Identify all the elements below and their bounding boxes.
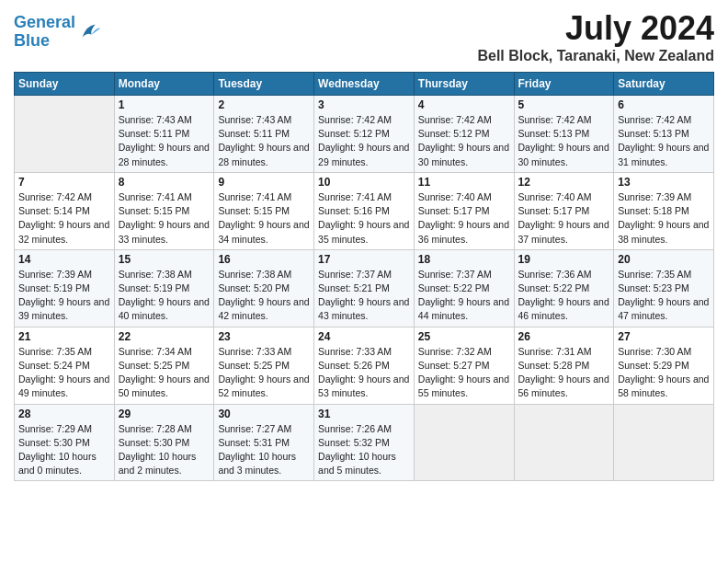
day-number: 14 xyxy=(18,253,110,266)
day-number: 16 xyxy=(218,253,310,266)
calendar-cell: 20Sunrise: 7:35 AMSunset: 5:23 PMDayligh… xyxy=(614,249,714,327)
calendar-cell: 7Sunrise: 7:42 AMSunset: 5:14 PMDaylight… xyxy=(15,172,115,249)
calendar-cell: 16Sunrise: 7:38 AMSunset: 5:20 PMDayligh… xyxy=(214,249,314,327)
day-number: 17 xyxy=(318,253,410,266)
calendar-cell xyxy=(15,96,115,173)
calendar-header-row: SundayMondayTuesdayWednesdayThursdayFrid… xyxy=(15,73,714,96)
day-number: 31 xyxy=(318,408,410,420)
day-number: 18 xyxy=(418,253,510,266)
calendar-week-row: 14Sunrise: 7:39 AMSunset: 5:19 PMDayligh… xyxy=(15,249,714,327)
weekday-header: Wednesday xyxy=(314,73,415,96)
day-info: Sunrise: 7:39 AMSunset: 5:19 PMDaylight:… xyxy=(18,268,110,324)
day-info: Sunrise: 7:27 AMSunset: 5:31 PMDaylight:… xyxy=(218,422,310,478)
day-number: 21 xyxy=(18,330,110,343)
day-number: 19 xyxy=(518,253,610,266)
calendar-cell xyxy=(514,404,614,481)
subtitle: Bell Block, Taranaki, New Zealand xyxy=(477,48,714,64)
day-number: 1 xyxy=(119,98,210,111)
day-number: 12 xyxy=(518,176,610,189)
weekday-header: Sunday xyxy=(15,73,115,96)
calendar-week-row: 7Sunrise: 7:42 AMSunset: 5:14 PMDaylight… xyxy=(15,172,714,249)
day-number: 6 xyxy=(618,98,710,111)
calendar-cell: 19Sunrise: 7:36 AMSunset: 5:22 PMDayligh… xyxy=(514,249,614,327)
calendar-cell xyxy=(614,404,714,481)
calendar-cell: 21Sunrise: 7:35 AMSunset: 5:24 PMDayligh… xyxy=(15,327,115,404)
calendar-cell: 27Sunrise: 7:30 AMSunset: 5:29 PMDayligh… xyxy=(614,327,714,404)
day-info: Sunrise: 7:34 AMSunset: 5:25 PMDaylight:… xyxy=(119,345,210,401)
calendar-cell xyxy=(414,404,514,481)
calendar-cell: 26Sunrise: 7:31 AMSunset: 5:28 PMDayligh… xyxy=(514,327,614,404)
calendar-cell: 23Sunrise: 7:33 AMSunset: 5:25 PMDayligh… xyxy=(214,327,314,404)
calendar-cell: 15Sunrise: 7:38 AMSunset: 5:19 PMDayligh… xyxy=(114,249,214,327)
calendar-cell: 6Sunrise: 7:42 AMSunset: 5:13 PMDaylight… xyxy=(614,96,714,173)
calendar-cell: 4Sunrise: 7:42 AMSunset: 5:12 PMDaylight… xyxy=(414,96,514,173)
day-info: Sunrise: 7:30 AMSunset: 5:29 PMDaylight:… xyxy=(618,345,710,401)
day-number: 28 xyxy=(18,408,110,420)
day-info: Sunrise: 7:43 AMSunset: 5:11 PMDaylight:… xyxy=(119,113,210,169)
weekday-header: Thursday xyxy=(414,73,514,96)
day-info: Sunrise: 7:28 AMSunset: 5:30 PMDaylight:… xyxy=(119,422,210,478)
title-area: July 2024 Bell Block, Taranaki, New Zeal… xyxy=(477,9,714,64)
day-number: 25 xyxy=(418,330,510,343)
day-number: 22 xyxy=(119,330,210,343)
day-number: 11 xyxy=(418,176,510,189)
day-number: 13 xyxy=(618,176,710,189)
calendar-cell: 31Sunrise: 7:26 AMSunset: 5:32 PMDayligh… xyxy=(314,404,415,481)
weekday-header: Friday xyxy=(514,73,614,96)
day-info: Sunrise: 7:40 AMSunset: 5:17 PMDaylight:… xyxy=(418,190,510,247)
day-info: Sunrise: 7:31 AMSunset: 5:28 PMDaylight:… xyxy=(518,345,610,401)
day-info: Sunrise: 7:38 AMSunset: 5:19 PMDaylight:… xyxy=(119,268,210,324)
day-info: Sunrise: 7:39 AMSunset: 5:18 PMDaylight:… xyxy=(618,190,710,247)
weekday-header: Saturday xyxy=(614,73,714,96)
day-info: Sunrise: 7:33 AMSunset: 5:25 PMDaylight:… xyxy=(218,345,310,401)
day-info: Sunrise: 7:41 AMSunset: 5:16 PMDaylight:… xyxy=(318,190,410,247)
calendar-cell: 17Sunrise: 7:37 AMSunset: 5:21 PMDayligh… xyxy=(314,249,415,327)
day-info: Sunrise: 7:35 AMSunset: 5:23 PMDaylight:… xyxy=(618,268,710,324)
day-number: 30 xyxy=(218,408,310,420)
calendar-cell: 10Sunrise: 7:41 AMSunset: 5:16 PMDayligh… xyxy=(314,172,415,249)
calendar-cell: 1Sunrise: 7:43 AMSunset: 5:11 PMDaylight… xyxy=(114,96,214,173)
calendar-cell: 5Sunrise: 7:42 AMSunset: 5:13 PMDaylight… xyxy=(514,96,614,173)
calendar-cell: 12Sunrise: 7:40 AMSunset: 5:17 PMDayligh… xyxy=(514,172,614,249)
calendar-table: SundayMondayTuesdayWednesdayThursdayFrid… xyxy=(14,72,714,481)
logo-bird-icon xyxy=(77,19,103,45)
day-info: Sunrise: 7:37 AMSunset: 5:22 PMDaylight:… xyxy=(418,268,510,324)
calendar-cell: 13Sunrise: 7:39 AMSunset: 5:18 PMDayligh… xyxy=(614,172,714,249)
day-info: Sunrise: 7:42 AMSunset: 5:13 PMDaylight:… xyxy=(618,113,710,169)
weekday-header: Tuesday xyxy=(214,73,314,96)
calendar-week-row: 21Sunrise: 7:35 AMSunset: 5:24 PMDayligh… xyxy=(15,327,714,404)
day-number: 24 xyxy=(318,330,410,343)
calendar-cell: 9Sunrise: 7:41 AMSunset: 5:15 PMDaylight… xyxy=(214,172,314,249)
day-number: 10 xyxy=(318,176,410,189)
day-number: 23 xyxy=(218,330,310,343)
calendar-cell: 8Sunrise: 7:41 AMSunset: 5:15 PMDaylight… xyxy=(114,172,214,249)
day-number: 5 xyxy=(518,98,610,111)
day-number: 2 xyxy=(218,98,310,111)
calendar-cell: 2Sunrise: 7:43 AMSunset: 5:11 PMDaylight… xyxy=(214,96,314,173)
day-info: Sunrise: 7:43 AMSunset: 5:11 PMDaylight:… xyxy=(218,113,310,169)
calendar-cell: 14Sunrise: 7:39 AMSunset: 5:19 PMDayligh… xyxy=(15,249,115,327)
day-number: 29 xyxy=(119,408,210,420)
day-number: 20 xyxy=(618,253,710,266)
day-info: Sunrise: 7:32 AMSunset: 5:27 PMDaylight:… xyxy=(418,345,510,401)
day-info: Sunrise: 7:42 AMSunset: 5:13 PMDaylight:… xyxy=(518,113,610,169)
day-number: 8 xyxy=(119,176,210,189)
day-info: Sunrise: 7:42 AMSunset: 5:12 PMDaylight:… xyxy=(418,113,510,169)
calendar-cell: 3Sunrise: 7:42 AMSunset: 5:12 PMDaylight… xyxy=(314,96,415,173)
calendar-cell: 25Sunrise: 7:32 AMSunset: 5:27 PMDayligh… xyxy=(414,327,514,404)
day-number: 3 xyxy=(318,98,410,111)
day-info: Sunrise: 7:42 AMSunset: 5:14 PMDaylight:… xyxy=(18,190,110,247)
day-info: Sunrise: 7:41 AMSunset: 5:15 PMDaylight:… xyxy=(119,190,210,247)
day-info: Sunrise: 7:35 AMSunset: 5:24 PMDaylight:… xyxy=(18,345,110,401)
logo-blue: Blue xyxy=(14,31,50,50)
calendar-cell: 11Sunrise: 7:40 AMSunset: 5:17 PMDayligh… xyxy=(414,172,514,249)
page-header: General Blue July 2024 Bell Block, Taran… xyxy=(14,9,714,64)
day-number: 4 xyxy=(418,98,510,111)
day-info: Sunrise: 7:37 AMSunset: 5:21 PMDaylight:… xyxy=(318,268,410,324)
day-number: 9 xyxy=(218,176,310,189)
day-info: Sunrise: 7:38 AMSunset: 5:20 PMDaylight:… xyxy=(218,268,310,324)
day-number: 27 xyxy=(618,330,710,343)
day-info: Sunrise: 7:41 AMSunset: 5:15 PMDaylight:… xyxy=(218,190,310,247)
calendar-cell: 29Sunrise: 7:28 AMSunset: 5:30 PMDayligh… xyxy=(114,404,214,481)
day-number: 15 xyxy=(119,253,210,266)
